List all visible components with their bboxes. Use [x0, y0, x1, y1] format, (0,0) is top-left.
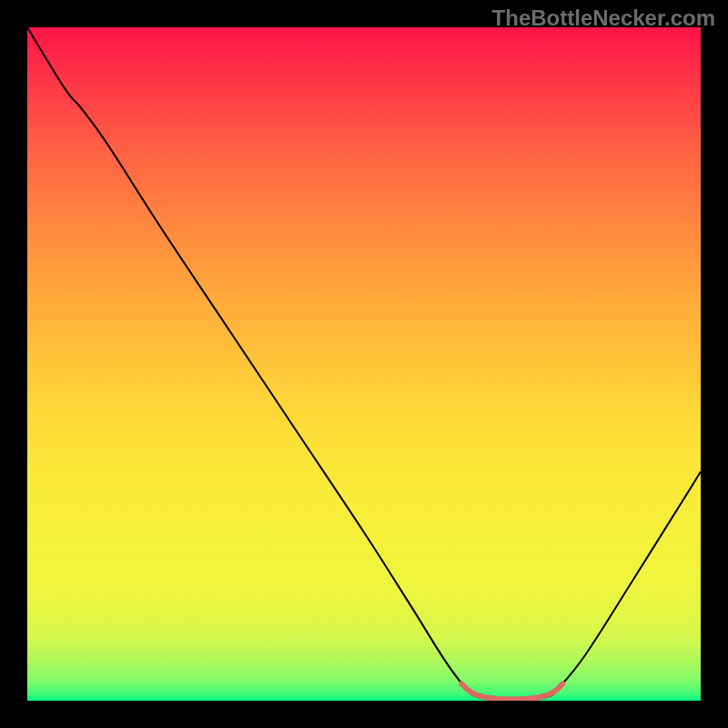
attribution-text: TheBottleNecker.com	[492, 5, 715, 31]
curve-svg	[27, 27, 701, 701]
plot-area	[27, 27, 701, 701]
optimal-range-highlight	[461, 684, 562, 700]
chart-container: TheBottleNecker.com	[0, 0, 728, 728]
bottleneck-curve	[27, 27, 701, 701]
